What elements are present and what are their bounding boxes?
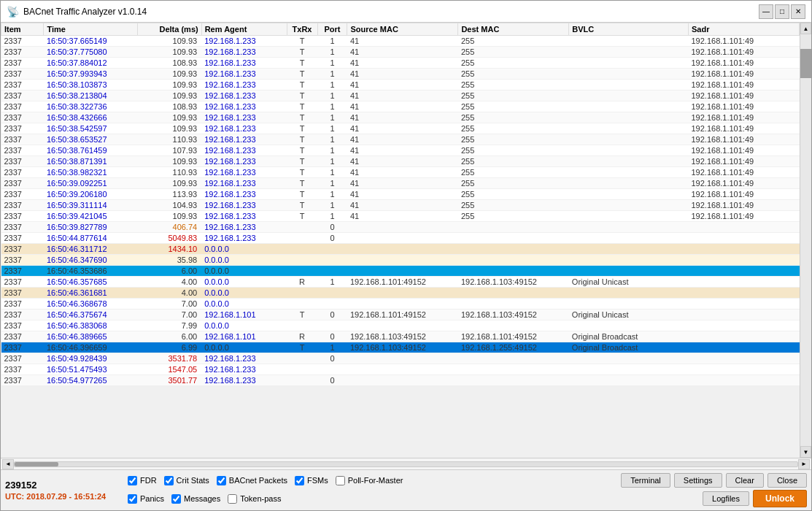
table-scroll[interactable]: Item Time Delta (ms) Rem Agent TxRx Port… bbox=[1, 23, 800, 458]
table-row[interactable]: 233716:50:38.761459107.93192.168.1.233T1… bbox=[1, 145, 800, 156]
table-cell bbox=[569, 375, 689, 386]
table-row[interactable]: 233716:50:46.3616814.000.0.0.0 bbox=[1, 288, 800, 299]
scroll-down-button[interactable]: ▼ bbox=[800, 446, 811, 458]
window-title: BACnet Traffic Analyzer v1.0.14 bbox=[23, 7, 147, 17]
table-cell bbox=[688, 353, 799, 364]
table-cell: 192.168.1.101:49 bbox=[688, 211, 799, 222]
table-cell: 192.168.1.101:49 bbox=[688, 123, 799, 134]
scroll-left-button[interactable]: ◄ bbox=[2, 459, 14, 469]
table-row[interactable]: 233716:50:46.34769035.980.0.0.0 bbox=[1, 255, 800, 266]
table-cell: 6.00 bbox=[138, 331, 202, 342]
table-row[interactable]: 233716:50:46.3686787.000.0.0.0 bbox=[1, 299, 800, 310]
table-row[interactable]: 233716:50:37.993943109.93192.168.1.233T1… bbox=[1, 69, 800, 80]
table-row[interactable]: 233716:50:38.432666109.93192.168.1.233T1… bbox=[1, 112, 800, 123]
table-cell bbox=[688, 299, 799, 310]
table-row[interactable]: 233716:50:38.213804109.93192.168.1.233T1… bbox=[1, 91, 800, 101]
table-cell: 2337 bbox=[1, 156, 44, 167]
minimize-button[interactable]: — bbox=[759, 4, 773, 19]
table-row[interactable]: 233716:50:46.3830687.990.0.0.0 bbox=[1, 320, 800, 331]
panics-label: Panics bbox=[140, 494, 164, 503]
table-row[interactable]: 233716:50:37.665149109.93192.168.1.233T1… bbox=[1, 36, 800, 47]
close-button[interactable]: Close bbox=[767, 473, 807, 488]
terminal-button[interactable]: Terminal bbox=[621, 473, 670, 488]
table-row[interactable]: 233716:50:37.775080109.93192.168.1.233T1… bbox=[1, 47, 800, 58]
table-row[interactable]: 233716:50:38.653527110.93192.168.1.233T1… bbox=[1, 134, 800, 145]
table-cell: 192.168.1.233 bbox=[201, 189, 287, 200]
table-cell: 192.168.1.233 bbox=[201, 112, 287, 123]
table-cell bbox=[347, 353, 458, 364]
table-cell: 41 bbox=[347, 123, 458, 134]
table-row[interactable]: 233716:50:39.421045109.93192.168.1.233T1… bbox=[1, 211, 800, 222]
table-row[interactable]: 233716:50:37.884012108.93192.168.1.233T1… bbox=[1, 58, 800, 69]
table-cell: 16:50:54.977265 bbox=[44, 375, 138, 386]
table-row[interactable]: 233716:50:38.982321110.93192.168.1.233T1… bbox=[1, 167, 800, 178]
table-cell bbox=[458, 266, 569, 277]
table-cell: 192.168.1.101:49 bbox=[688, 134, 799, 145]
table-cell: T bbox=[287, 112, 317, 123]
token-pass-checkbox[interactable] bbox=[228, 494, 237, 504]
table-row[interactable]: 233716:50:38.322736108.93192.168.1.233T1… bbox=[1, 101, 800, 112]
table-cell: 3531.78 bbox=[138, 353, 202, 364]
table-cell: 7.99 bbox=[138, 320, 202, 331]
unlock-button[interactable]: Unlock bbox=[753, 490, 807, 507]
table-row[interactable]: 233716:50:38.103873109.93192.168.1.233T1… bbox=[1, 80, 800, 91]
table-row[interactable]: 233716:50:39.206180113.93192.168.1.233T1… bbox=[1, 189, 800, 200]
fsms-checkbox[interactable] bbox=[295, 476, 304, 485]
clear-button[interactable]: Clear bbox=[726, 473, 764, 488]
poll-for-master-checkbox[interactable] bbox=[336, 476, 345, 485]
table-cell bbox=[347, 255, 458, 266]
messages-checkbox[interactable] bbox=[171, 494, 181, 504]
h-scroll-thumb[interactable] bbox=[15, 462, 58, 466]
vertical-scrollbar[interactable]: ▲ ▼ bbox=[800, 23, 811, 458]
table-cell: 192.168.1.101:49 bbox=[688, 145, 799, 156]
panics-checkbox[interactable] bbox=[128, 494, 137, 504]
table-cell: 16:50:38.761459 bbox=[44, 145, 138, 156]
table-row[interactable]: 233716:50:38.542597109.93192.168.1.233T1… bbox=[1, 123, 800, 134]
table-row[interactable]: 233716:50:49.9284393531.78192.168.1.2330 bbox=[1, 353, 800, 364]
scroll-thumb[interactable] bbox=[800, 49, 811, 78]
table-cell: 41 bbox=[347, 167, 458, 178]
table-row[interactable]: 233716:50:46.3576854.000.0.0.0R1192.168.… bbox=[1, 277, 800, 288]
table-cell: 1 bbox=[317, 134, 347, 145]
table-row[interactable]: 233716:50:51.4754931547.05192.168.1.233 bbox=[1, 364, 800, 375]
bacnet-packets-checkbox[interactable] bbox=[217, 476, 226, 485]
table-row[interactable]: 233716:50:46.3536866.000.0.0.0 bbox=[1, 266, 800, 277]
table-cell: 192.168.1.233 bbox=[201, 123, 287, 134]
table-row[interactable]: 233716:50:46.3117121434.100.0.0.0 bbox=[1, 244, 800, 255]
table-cell: 110.93 bbox=[138, 134, 202, 145]
table-row[interactable]: 233716:50:44.8776145049.83192.168.1.2330 bbox=[1, 233, 800, 244]
table-cell: 109.93 bbox=[138, 91, 202, 101]
table-row[interactable]: 233716:50:46.3966596.990.0.0.0T1192.168.… bbox=[1, 342, 800, 353]
crit-stats-checkbox[interactable] bbox=[164, 476, 174, 485]
settings-button[interactable]: Settings bbox=[674, 473, 722, 488]
table-cell: T bbox=[287, 200, 317, 211]
bacnet-packets-label: BACnet Packets bbox=[229, 476, 287, 485]
table-row[interactable]: 233716:50:46.3756747.00192.168.1.101T019… bbox=[1, 310, 800, 320]
scroll-up-button[interactable]: ▲ bbox=[800, 23, 811, 34]
table-row[interactable]: 233716:50:54.9772653501.77192.168.1.2330 bbox=[1, 375, 800, 386]
table-cell: 41 bbox=[347, 58, 458, 69]
table-cell: 192.168.1.101:49 bbox=[688, 167, 799, 178]
table-cell bbox=[347, 299, 458, 310]
h-scroll-track[interactable] bbox=[14, 461, 798, 467]
table-cell: 16:50:37.993943 bbox=[44, 69, 138, 80]
table-cell: T bbox=[287, 167, 317, 178]
table-row[interactable]: 233716:50:39.311114104.93192.168.1.233T1… bbox=[1, 200, 800, 211]
table-row[interactable]: 233716:50:38.871391109.93192.168.1.233T1… bbox=[1, 156, 800, 167]
table-cell bbox=[569, 112, 689, 123]
table-cell: T bbox=[287, 58, 317, 69]
logfiles-button[interactable]: Logfiles bbox=[703, 491, 749, 506]
maximize-button[interactable]: □ bbox=[775, 4, 789, 19]
table-row[interactable]: 233716:50:39.092251109.93192.168.1.233T1… bbox=[1, 178, 800, 189]
table-row[interactable]: 233716:50:39.827789406.74192.168.1.2330 bbox=[1, 222, 800, 233]
table-cell: 1 bbox=[317, 69, 347, 80]
table-cell: 192.168.1.101:49 bbox=[688, 47, 799, 58]
horizontal-scrollbar[interactable]: ◄ ► bbox=[1, 458, 811, 469]
scroll-right-button[interactable]: ► bbox=[798, 459, 810, 469]
scroll-track[interactable] bbox=[800, 34, 811, 446]
traffic-table: Item Time Delta (ms) Rem Agent TxRx Port… bbox=[1, 23, 800, 386]
close-window-button[interactable]: ✕ bbox=[791, 4, 805, 19]
table-row[interactable]: 233716:50:46.3896656.00192.168.1.101R019… bbox=[1, 331, 800, 342]
fdr-checkbox[interactable] bbox=[128, 476, 137, 485]
table-cell: 1 bbox=[317, 112, 347, 123]
